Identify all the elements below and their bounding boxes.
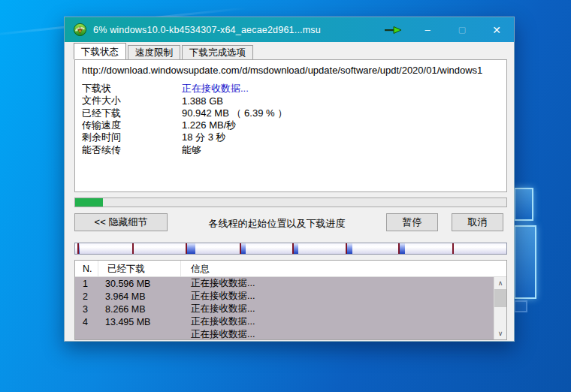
threads-table: N. 已经下载 信息 130.596 MB正在接收数据...23.964 MB正…	[74, 260, 507, 340]
thread-start-tick	[186, 243, 187, 254]
tab[interactable]: 速度限制	[128, 45, 180, 59]
cell-downloaded: 30.596 MB	[98, 279, 181, 289]
field-value: 1.226 MB/秒	[182, 119, 236, 132]
close-button[interactable]: ✕	[479, 17, 514, 42]
status-field-row: 文件大小1.388 GB	[75, 95, 506, 107]
tab[interactable]: 下载完成选项	[182, 45, 253, 59]
windows-logo-pane	[514, 300, 527, 312]
field-value: 正在接收数据...	[182, 82, 249, 95]
field-label: 下载状	[82, 82, 182, 95]
field-value: 能够	[182, 143, 201, 157]
thread-start-tick	[77, 243, 79, 254]
overall-progress-bar	[74, 198, 507, 207]
scrollbar-thumb[interactable]	[494, 289, 506, 307]
hide-details-button[interactable]: << 隐藏细节	[74, 213, 168, 231]
pause-button[interactable]: 暂停	[386, 213, 438, 231]
minimize-button[interactable]: –	[410, 17, 445, 42]
tab-strip: 下载状态速度限制下载完成选项	[74, 44, 255, 59]
cell-downloaded: 8.266 MB	[98, 304, 181, 315]
field-value: 90.942 MB （ 6.39 % ）	[182, 107, 287, 120]
field-label: 剩余时间	[82, 131, 182, 144]
status-field-row: 已经下载90.942 MB （ 6.39 % ）	[75, 107, 506, 119]
table-header: N. 已经下载 信息	[75, 261, 506, 277]
cell-n: 1	[75, 279, 98, 289]
status-field-row: 下载状正在接收数据...	[75, 83, 506, 95]
window-title: 6% windows10.0-kb4534307-x64_aecae2d961.…	[93, 25, 376, 35]
thread-start-tick	[240, 243, 241, 254]
field-value: 1.388 GB	[182, 95, 223, 107]
maximize-button[interactable]: ▢	[445, 17, 479, 42]
status-fields: 下载状正在接收数据...文件大小1.388 GB已经下载90.942 MB （ …	[75, 83, 506, 156]
tray-arrow-icon	[384, 26, 402, 35]
idm-app-icon	[73, 23, 87, 37]
threads-caption: 各线程的起始位置以及下载进度	[196, 217, 358, 231]
table-body: 130.596 MB正在接收数据...23.964 MB正在接收数据...38.…	[75, 277, 494, 339]
progress-fill	[75, 198, 103, 207]
cell-info: 正在接收数据...	[181, 290, 494, 303]
minimize-to-tray-button[interactable]	[376, 17, 410, 42]
download-status-panel: http://download.windowsupdate.com/d/msdo…	[74, 59, 507, 192]
thread-start-tick	[292, 243, 294, 254]
status-field-row: 能否续传能够	[75, 143, 506, 155]
idm-download-dialog: 6% windows10.0-kb4534307-x64_aecae2d961.…	[64, 17, 515, 342]
thread-start-tick	[452, 243, 454, 254]
status-field-row: 剩余时间18 分 3 秒	[75, 131, 506, 143]
table-row[interactable]: 130.596 MB正在接收数据...	[75, 277, 494, 290]
cell-n: 2	[75, 291, 98, 302]
field-value: 18 分 3 秒	[182, 131, 226, 144]
cell-info: 正在接收数据...	[181, 328, 494, 339]
download-url: http://download.windowsupdate.com/d/msdo…	[82, 65, 500, 76]
field-label: 文件大小	[82, 94, 182, 107]
scroll-up-icon[interactable]: ∧	[494, 277, 506, 289]
table-row[interactable]: 23.964 MB正在接收数据...	[75, 290, 494, 303]
thread-start-tick	[132, 243, 134, 254]
windows-logo-pane	[514, 188, 533, 221]
cell-n: 3	[75, 304, 98, 315]
cell-info: 正在接收数据...	[181, 315, 494, 328]
header-n: N.	[75, 261, 98, 276]
table-row[interactable]: 正在接收数据...	[75, 328, 494, 339]
cell-n: 4	[75, 317, 98, 327]
windows-logo-pane	[514, 225, 536, 299]
field-label: 传输速度	[82, 119, 182, 132]
window-controls: – ▢ ✕	[376, 17, 514, 42]
thread-start-tick	[346, 243, 347, 254]
header-info: 信息	[181, 261, 506, 276]
field-label: 已经下载	[82, 107, 182, 120]
field-label: 能否续传	[82, 143, 182, 157]
windows-logo-wallpaper	[512, 186, 542, 314]
table-scrollbar[interactable]: ∧ ∨	[494, 277, 506, 339]
cell-info: 正在接收数据...	[181, 303, 494, 315]
thread-start-tick	[398, 243, 400, 254]
cell-downloaded: 13.495 MB	[98, 317, 181, 327]
title-bar[interactable]: 6% windows10.0-kb4534307-x64_aecae2d961.…	[65, 17, 514, 42]
status-field-row: 传输速度1.226 MB/秒	[75, 119, 506, 131]
cancel-button[interactable]: 取消	[452, 213, 503, 231]
table-row[interactable]: 413.495 MB正在接收数据...	[75, 315, 494, 328]
thread-bar	[74, 243, 507, 255]
cell-downloaded: 3.964 MB	[98, 291, 181, 302]
tab[interactable]: 下载状态	[74, 43, 126, 59]
table-row[interactable]: 38.266 MB正在接收数据...	[75, 303, 494, 315]
scroll-down-icon[interactable]: ∨	[494, 327, 506, 339]
header-size: 已经下载	[98, 261, 181, 276]
cell-info: 正在接收数据...	[181, 277, 494, 290]
